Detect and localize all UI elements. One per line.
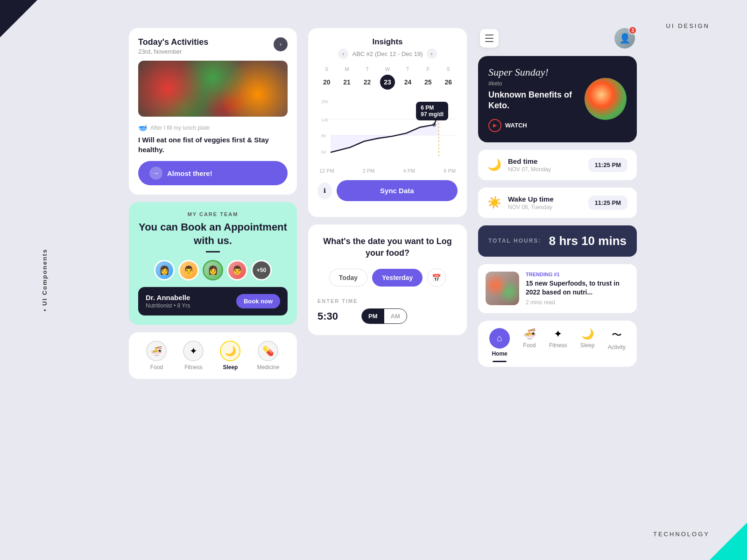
bed-time-title: Bed time	[508, 157, 588, 165]
cal-day-24[interactable]: 24	[400, 75, 415, 90]
activities-nav-button[interactable]: ›	[274, 37, 288, 51]
doctor-details: Nutritionist • 8 Yrs	[146, 302, 190, 309]
food-log-title: What's the date you want to Log your foo…	[317, 236, 458, 259]
time-input[interactable]	[317, 310, 355, 322]
bed-time-info: Bed time NOV 07, Monday	[508, 157, 588, 173]
home-icon: ⌂	[489, 328, 510, 349]
home-nav-label: Home	[492, 350, 507, 357]
calendar-icon-button[interactable]: 📅	[427, 268, 446, 287]
svg-point-8	[432, 123, 436, 127]
sleep-nav-label: Sleep	[223, 364, 238, 371]
menu-line-3	[485, 41, 493, 42]
fitness-app-label: Fitness	[549, 342, 567, 349]
app-nav-fitness[interactable]: ✦ Fitness	[545, 326, 571, 350]
doctor-name: Dr. Annabelle	[146, 294, 190, 301]
care-team-label: MY CARE TEAM	[138, 211, 288, 217]
wake-time-card: ☀️ Wake Up time NOV 08, Tuesday 11:25 PM	[478, 188, 637, 218]
app-nav-activity[interactable]: 〜 Activity	[604, 326, 629, 352]
date-buttons: Today Yesterday 📅	[317, 268, 458, 287]
watch-button[interactable]: ▶ WATCH	[488, 119, 577, 132]
wake-time-date: NOV 08, Tuesday	[508, 204, 588, 210]
activities-date: 23rd, November	[138, 48, 288, 55]
time-row: PM AM	[317, 308, 458, 324]
insights-prev-button[interactable]: ‹	[338, 49, 348, 59]
meal-subtitle: 🥣 After I fill my lunch plate	[138, 123, 288, 132]
notification-badge: 3	[628, 26, 637, 35]
svg-text:140: 140	[321, 117, 328, 122]
bed-time-date: NOV 07, Monday	[508, 166, 588, 173]
food-image	[138, 61, 288, 117]
chart-x-labels: 12 PM 2 PM 4 PM 6 PM	[317, 168, 458, 174]
food-nav-icon: 🍜	[146, 341, 167, 361]
food-app-icon: 🍜	[523, 328, 536, 340]
activity-app-label: Activity	[608, 344, 626, 350]
article-thumbnail	[486, 272, 519, 305]
bed-time-card: 🌙 Bed time NOV 07, Monday 11:25 PM	[478, 150, 637, 180]
nav-item-fitness[interactable]: ✦ Fitness	[183, 341, 204, 371]
article-thumb-inner	[486, 272, 519, 305]
cal-day-25[interactable]: 25	[421, 75, 436, 90]
bottom-nav-card: 🍜 Food ✦ Fitness 🌙 Sleep 💊 Medicine	[129, 332, 297, 379]
cal-day-23-active[interactable]: 23	[380, 75, 395, 90]
avatar-1: 👩	[154, 260, 175, 280]
blood-glucose-chart: 250 140 80 54	[317, 97, 458, 162]
nav-item-sleep-active[interactable]: 🌙 Sleep	[220, 341, 240, 371]
am-button[interactable]: AM	[384, 309, 407, 323]
care-team-card: MY CARE TEAM You can Book an Appointment…	[129, 202, 297, 325]
nav-item-food[interactable]: 🍜 Food	[146, 341, 167, 371]
sync-data-button[interactable]: Sync Data	[337, 180, 458, 201]
activities-title: Today's Activities	[138, 37, 288, 47]
super-sunday-text: Super Sunday!	[488, 66, 577, 78]
corner-decoration-top-left	[0, 0, 37, 37]
yesterday-button[interactable]: Yesterday	[372, 269, 423, 287]
insights-title: Insights	[317, 37, 458, 47]
fitness-nav-label: Fitness	[184, 364, 203, 371]
app-nav-items: ⌂ Home 🍜 Food ✦ Fitness 🌙 Sleep 〜	[483, 326, 632, 364]
article-info: TRENDING #1 15 new Superfoods, to trust …	[526, 272, 629, 306]
almost-there-button[interactable]: → Almost there!	[138, 161, 288, 185]
cal-day-21[interactable]: 21	[339, 75, 354, 90]
video-card: Super Sunday! #keto Unknown Benefits of …	[478, 56, 637, 142]
app-bottom-nav: ⌂ Home 🍜 Food ✦ Fitness 🌙 Sleep 〜	[478, 321, 637, 367]
middle-column: Insights ‹ ABC #2 (Dec 12 - Dec 19) › S …	[308, 28, 467, 532]
today-button[interactable]: Today	[329, 269, 367, 287]
total-hours-card: TOTAL HOURS: 8 hrs 10 mins	[478, 225, 637, 257]
cal-day-26[interactable]: 26	[441, 75, 456, 90]
doctor-info: Dr. Annabelle Nutritionist • 8 Yrs	[146, 294, 190, 309]
insights-next-button[interactable]: ›	[427, 49, 437, 59]
app-nav-home[interactable]: ⌂ Home	[486, 326, 514, 364]
wake-time-info: Wake Up time NOV 08, Tuesday	[508, 195, 588, 210]
food-nav-label: Food	[150, 364, 163, 371]
svg-text:80: 80	[321, 133, 326, 138]
care-divider	[206, 251, 220, 252]
menu-line-2	[485, 38, 493, 39]
cal-day-20[interactable]: 20	[319, 75, 334, 90]
chart-tooltip: 6 PM 97 mg/dl	[416, 102, 448, 120]
video-tag: #keto	[488, 80, 577, 87]
insights-card: Insights ‹ ABC #2 (Dec 12 - Dec 19) › S …	[308, 28, 467, 217]
cal-day-22[interactable]: 22	[360, 75, 375, 90]
fitness-app-icon: ✦	[554, 328, 562, 340]
info-button[interactable]: ℹ	[317, 182, 332, 199]
svg-text:250: 250	[321, 99, 328, 104]
nav-item-medicine[interactable]: 💊 Medicine	[257, 341, 279, 371]
profile-button[interactable]: 👤 3	[614, 28, 635, 49]
menu-button[interactable]	[480, 29, 499, 48]
insights-range: ‹ ABC #2 (Dec 12 - Dec 19) ›	[317, 49, 458, 59]
meal-text: I Will eat one fist of veggies first & S…	[138, 135, 288, 154]
menu-line-1	[485, 35, 493, 35]
enter-time-label: ENTER TIME	[317, 298, 458, 304]
activities-card: Today's Activities 23rd, November › 🥣 Af…	[129, 28, 297, 195]
app-nav-food[interactable]: 🍜 Food	[519, 326, 539, 350]
avatar-2: 👨	[178, 260, 199, 280]
activities-header: Today's Activities 23rd, November	[138, 37, 288, 55]
pm-button[interactable]: PM	[362, 309, 384, 323]
moon-icon: 🌙	[487, 158, 501, 171]
fitness-nav-icon: ✦	[183, 341, 204, 361]
right-column: 👤 3 Super Sunday! #keto Unknown Benefits…	[478, 28, 637, 532]
article-card[interactable]: TRENDING #1 15 new Superfoods, to trust …	[478, 264, 637, 313]
wake-time-title: Wake Up time	[508, 195, 588, 203]
app-nav-sleep[interactable]: 🌙 Sleep	[577, 326, 599, 350]
nav-items: 🍜 Food ✦ Fitness 🌙 Sleep 💊 Medicine	[138, 341, 288, 371]
book-now-button[interactable]: Book now	[236, 294, 280, 308]
